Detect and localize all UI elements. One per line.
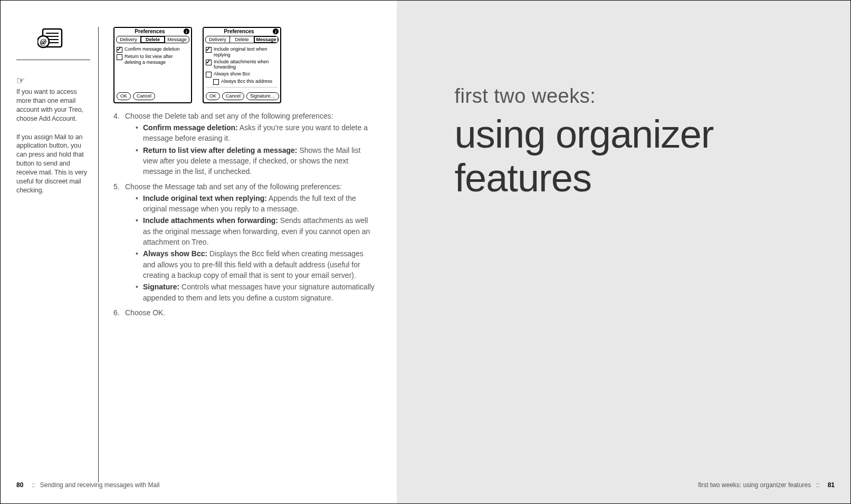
sidebar-tip-1: If you want to access more than one emai… — [16, 88, 90, 123]
bullet-item: Confirm message deletion: Asks if you're… — [136, 122, 377, 144]
tip-icon: ☞ — [16, 76, 90, 85]
option-bcc-address[interactable]: Always Bcc this address — [206, 79, 278, 85]
dialogs-row: Preferences i Delivery Delete Message Co… — [113, 27, 377, 103]
cancel-button[interactable]: Cancel — [133, 92, 155, 100]
footer-text: Sending and receiving messages with Mail — [40, 481, 160, 489]
svg-text:@: @ — [40, 37, 47, 46]
dialog-title: Preferences — [116, 28, 184, 34]
option-include-attachments[interactable]: Include attachments when forwarding — [206, 59, 278, 71]
sidebar-tip-2: If you assign Mail to an application but… — [16, 133, 90, 195]
ok-button[interactable]: OK — [206, 92, 220, 100]
separator: :: — [32, 481, 35, 489]
step-5: 5. Choose the Message tab and set any of… — [113, 181, 377, 306]
cancel-button[interactable]: Cancel — [222, 92, 244, 100]
checkbox-icon[interactable] — [206, 72, 212, 77]
option-always-bcc[interactable]: Always show Bcc — [206, 71, 278, 77]
dotted-line — [207, 87, 277, 88]
preferences-dialog-delete: Preferences i Delivery Delete Message Co… — [113, 27, 192, 103]
option-label: Always Bcc this address — [221, 79, 272, 84]
option-label: Include attachments when forwarding — [214, 59, 278, 71]
tab-message[interactable]: Message — [165, 36, 189, 43]
option-confirm-deletion[interactable]: Confirm message deletion — [117, 46, 189, 53]
bullet-item: Include attachments when forwarding: Sen… — [136, 215, 377, 247]
option-label: Confirm message deletion — [125, 46, 180, 52]
step-intro: Choose OK. — [125, 308, 165, 317]
chapter-title: using organizer features — [455, 113, 819, 200]
bullet-item: Include original text when replying: App… — [136, 193, 377, 215]
mail-icon: @ — [37, 27, 64, 50]
signature-button[interactable]: Signature… — [246, 92, 279, 100]
checkbox-icon[interactable] — [206, 60, 212, 65]
tab-delete[interactable]: Delete — [141, 36, 165, 43]
dialog-title: Preferences — [205, 28, 273, 34]
body-text: 4. Choose the Delete tab and set any of … — [113, 111, 377, 318]
step-number: 4. — [113, 111, 125, 180]
preferences-dialog-message: Preferences i Delivery Delete Message In… — [203, 27, 281, 103]
tab-delete[interactable]: Delete — [230, 36, 254, 43]
footer-text: first two weeks: using organizer feature… — [698, 481, 811, 489]
separator: :: — [816, 481, 820, 489]
checkbox-icon[interactable] — [117, 47, 122, 53]
tab-row: Delivery Delete Message — [205, 36, 279, 43]
chapter-eyebrow: first two weeks: — [455, 85, 819, 108]
tab-delivery[interactable]: Delivery — [206, 36, 230, 43]
bullet-item: Always show Bcc: Displays the Bcc field … — [136, 248, 377, 280]
checkbox-icon[interactable] — [117, 54, 122, 60]
option-label: Return to list view after deleting a mes… — [125, 54, 189, 65]
tab-delivery[interactable]: Delivery — [117, 36, 141, 43]
page-spread: @ ☞ If you want to access more than one … — [0, 0, 851, 504]
footer-right: first two weeks: using organizer feature… — [698, 481, 835, 489]
option-label: Include original text when replying — [214, 46, 278, 58]
page-number: 81 — [828, 481, 835, 489]
step-number: 5. — [113, 181, 125, 306]
step-intro: Choose the Delete tab and set any of the… — [125, 112, 333, 120]
tab-message[interactable]: Message — [254, 36, 278, 43]
info-icon[interactable]: i — [184, 28, 189, 34]
tab-row: Delivery Delete Message — [116, 36, 189, 43]
checkbox-icon[interactable] — [213, 79, 219, 85]
sidebar: @ ☞ If you want to access more than one … — [16, 27, 98, 482]
right-page: first two weeks: using organizer feature… — [397, 1, 851, 503]
option-return-list[interactable]: Return to list view after deleting a mes… — [117, 54, 189, 65]
step-6: 6. Choose OK. — [113, 307, 377, 318]
page-number: 80 — [16, 481, 23, 489]
step-intro: Choose the Message tab and set any of th… — [125, 182, 342, 191]
footer-left: 80 :: Sending and receiving messages wit… — [16, 481, 160, 489]
left-page: @ ☞ If you want to access more than one … — [1, 1, 397, 503]
checkbox-icon[interactable] — [206, 47, 212, 53]
info-icon[interactable]: i — [273, 28, 279, 34]
option-include-original[interactable]: Include original text when replying — [206, 46, 278, 58]
option-label: Always show Bcc — [214, 71, 251, 77]
step-number: 6. — [113, 307, 125, 318]
main-column: Preferences i Delivery Delete Message Co… — [98, 27, 377, 482]
ok-button[interactable]: OK — [117, 92, 131, 100]
bullet-item: Return to list view after deleting a mes… — [136, 145, 377, 177]
sidebar-divider — [16, 60, 90, 60]
bullet-item: Signature: Controls what messages have y… — [136, 282, 377, 303]
step-4: 4. Choose the Delete tab and set any of … — [113, 111, 377, 180]
